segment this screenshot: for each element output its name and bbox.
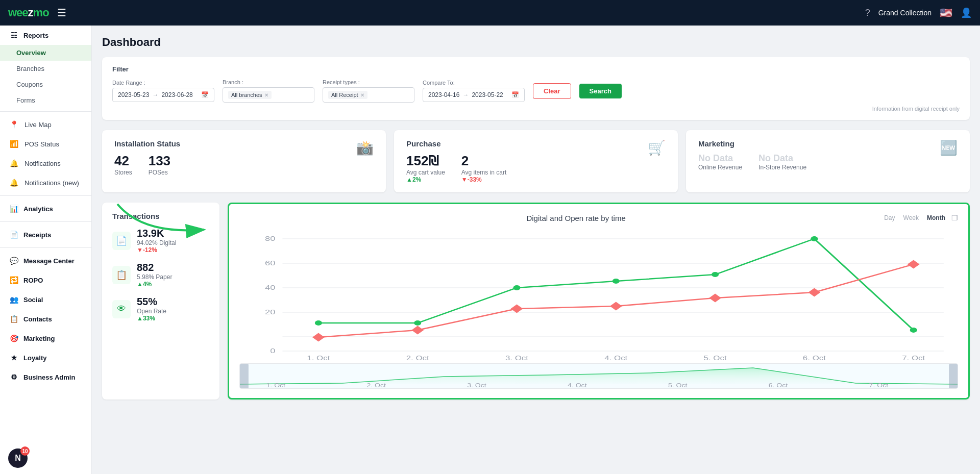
sidebar-overview-label: Overview [16,49,46,57]
date-range-label: Date Range : [112,80,214,86]
txn-paper: 📋 882 5.98% Paper ▲4% [112,262,209,288]
filter-compare-group: Compare To: 2023-04-16 → 2023-05-22 📅 [423,80,525,102]
help-icon[interactable]: ? [865,8,870,18]
chart-navigator[interactable]: 1. Oct 2. Oct 3. Oct 4. Oct 5. Oct 6. Oc… [239,363,958,389]
branch-tag: All branches ✕ [228,91,272,99]
sidebar-item-overview[interactable]: Overview [0,45,91,61]
sidebar-item-pos[interactable]: 📶 POS Status [0,134,91,154]
period-month-btn[interactable]: Month [925,213,947,222]
sidebar-group-contacts[interactable]: 📋 Contacts [0,309,91,329]
poses-group: 133 POSes [149,153,170,176]
green-point-4 [612,279,620,284]
sidebar-group-ropo[interactable]: 🔁 ROPO [0,270,91,290]
marketing-title: Marketing [698,139,940,148]
sidebar-item-notifications-new[interactable]: 🔔 Notifications (new) [0,173,91,192]
sidebar-bottom: N 10 [0,442,91,474]
marketing-card: Marketing No Data Online Revenue No Data… [686,130,970,192]
purchase-title: Purchase [406,139,506,148]
online-group: No Data Online Revenue [698,153,742,171]
online-label: Online Revenue [698,164,742,171]
sidebar-group-social[interactable]: 👥 Social [0,290,91,309]
svg-text:6. Oct: 6. Oct [803,355,826,361]
compare-range-input[interactable]: 2023-04-16 → 2023-05-22 📅 [423,88,525,102]
sidebar-item-notifications[interactable]: 🔔 Notifications [0,154,91,173]
red-point-1 [312,333,325,342]
sidebar-livemap-label: Live Map [24,121,52,129]
transactions-card: Transactions 📄 13.9K 94.02% Digital ▼-12… [102,203,219,400]
page-title: Dashboard [102,36,970,49]
stats-row: Installation Status 42 Stores 133 POSes … [102,130,970,192]
svg-text:40: 40 [265,284,276,291]
clear-button[interactable]: Clear [533,83,571,99]
sidebar-group-marketing[interactable]: 🎯 Marketing [0,329,91,348]
sidebar-group-reports[interactable]: ☷ Reports [0,26,91,45]
red-point-5 [709,294,721,303]
user-icon[interactable]: 👤 [961,7,972,18]
marketing-icon: 🆕 [940,139,958,156]
sidebar-social-label: Social [23,296,43,304]
sidebar-business-admin-label: Business Admin [23,373,75,381]
green-point-3 [513,285,520,290]
svg-text:0: 0 [270,347,275,355]
analytics-icon: 📊 [8,203,19,214]
logo: weezmo [8,6,49,19]
sidebar-item-branches[interactable]: Branches [0,61,91,77]
txn-open: 👁 55% Open Rate ▲33% [112,296,209,322]
sidebar-item-coupons[interactable]: Coupons [0,77,91,92]
txn-paper-details: 882 5.98% Paper ▲4% [137,262,172,288]
red-point-7 [908,260,920,269]
branch-label: Branch : [223,79,314,85]
avg-cart-label: Avg cart value [406,169,445,176]
date-range-input[interactable]: 2023-05-23 → 2023-06-28 📅 [112,88,214,102]
svg-text:20: 20 [265,309,276,316]
purchase-card: Purchase 152₪ Avg cart value ▲2% 2 Avg i… [394,130,678,192]
txn-digital-pct: 94.02% Digital [137,239,176,246]
svg-text:7. Oct: 7. Oct [902,355,925,361]
sidebar-forms-label: Forms [16,96,35,104]
svg-text:1. Oct: 1. Oct [307,355,330,361]
avg-items-group: 2 Avg items in cart ▼-33% [461,153,506,183]
online-value: No Data [698,153,742,164]
sidebar-group-message-center[interactable]: 💬 Message Center [0,251,91,270]
period-day-btn[interactable]: Day [882,213,897,222]
receipt-input[interactable]: All Receipt ✕ [323,87,414,103]
txn-digital: 📄 13.9K 94.02% Digital ▼-12% [112,228,209,254]
sidebar-group-receipts[interactable]: 📄 Receipts [0,225,91,244]
topnav: weezmo ☰ ? Grand Collection 🇺🇸 👤 [0,0,980,26]
sidebar-marketing-label: Marketing [23,335,55,342]
compare-start: 2023-04-16 [428,91,459,98]
branch-tag-remove[interactable]: ✕ [264,92,268,98]
red-point-4 [610,302,622,311]
expand-icon[interactable]: ❐ [951,214,958,222]
sidebar-notifications-label: Notifications [24,160,61,167]
avatar[interactable]: N 10 [8,448,28,468]
arrow-icon: → [152,91,158,98]
stores-label: Stores [114,169,132,176]
sidebar-notifications-new-label: Notifications (new) [24,179,79,187]
txn-digital-trend: ▼-12% [137,246,176,254]
menu-icon[interactable]: ☰ [57,7,66,19]
search-button[interactable]: Search [579,84,622,98]
bottom-row: Transactions 📄 13.9K 94.02% Digital ▼-12… [102,203,970,400]
branch-input[interactable]: All branches ✕ [223,87,314,103]
sidebar-group-loyalty[interactable]: ★ Loyalty [0,348,91,367]
period-week-btn[interactable]: Week [901,213,921,222]
sidebar-group-analytics[interactable]: 📊 Analytics [0,199,91,218]
sidebar-group-business-admin[interactable]: ⚙ Business Admin [0,367,91,387]
compare-calendar-icon: 📅 [511,91,519,98]
topnav-right: ? Grand Collection 🇺🇸 👤 [865,7,972,19]
compare-label: Compare To: [423,80,525,86]
txn-digital-details: 13.9K 94.02% Digital ▼-12% [137,228,176,254]
transactions-title: Transactions [112,212,209,220]
receipt-tag-remove[interactable]: ✕ [360,92,364,98]
bell-icon: 🔔 [8,158,19,169]
sidebar-item-livemap[interactable]: 📍 Live Map [0,115,91,134]
svg-text:7. Oct: 7. Oct [869,383,889,388]
sidebar-item-forms[interactable]: Forms [0,92,91,108]
filter-date-range-group: Date Range : 2023-05-23 → 2023-06-28 📅 [112,80,214,102]
purchase-values: 152₪ Avg cart value ▲2% 2 Avg items in c… [406,153,506,183]
txn-paper-pct: 5.98% Paper [137,273,172,281]
avg-cart-value: 152₪ [406,153,445,169]
sidebar-coupons-label: Coupons [16,81,43,88]
bell-new-icon: 🔔 [8,177,19,188]
